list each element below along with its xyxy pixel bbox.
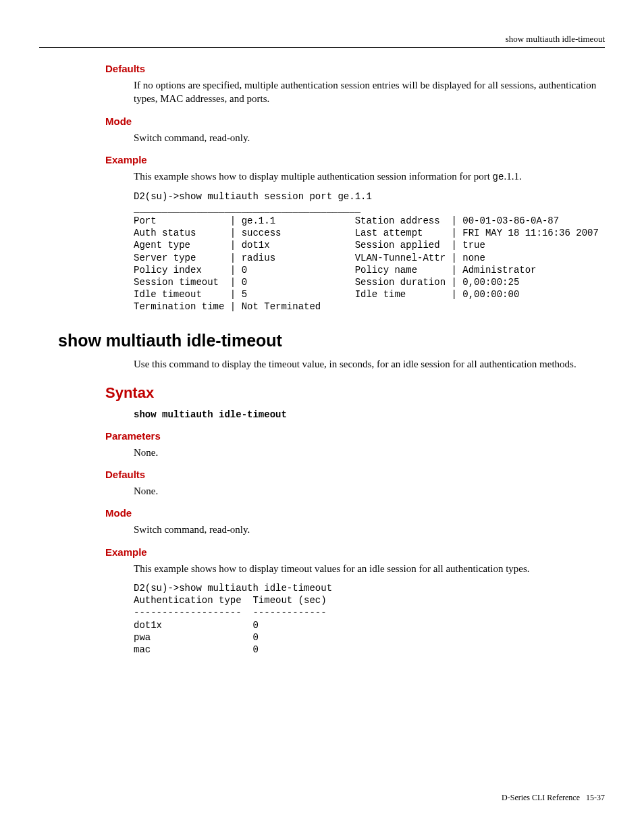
section-example2-code: D2(su)->show multiauth idle-timeout Auth… <box>134 582 605 656</box>
section-mode-heading: Mode <box>105 115 605 127</box>
section-example-heading: Example <box>105 154 605 165</box>
syntax-heading: Syntax <box>105 384 605 402</box>
section-defaults-heading: Defaults <box>105 63 605 74</box>
section-parameters-body: None. <box>134 446 605 459</box>
command-title: show multiauth idle-timeout <box>58 331 605 350</box>
section-mode2-body: Switch command, read-only. <box>134 523 605 536</box>
command-description: Use this command to display the timeout … <box>134 357 605 371</box>
page-header: show multiauth idle-timeout <box>39 34 605 48</box>
syntax-code: show multiauth idle-timeout <box>134 409 605 421</box>
section-example2-heading: Example <box>105 546 605 558</box>
section-example-code: D2(su)->show multiauth session port ge.1… <box>134 190 605 313</box>
example-intro-after: .1.1. <box>504 171 521 182</box>
example-intro-before: This example shows how to display multip… <box>134 171 493 182</box>
example-intro-code: ge <box>493 172 504 182</box>
page-footer: D-Series CLI Reference 15-37 <box>502 793 605 803</box>
footer-page-number: 15-37 <box>586 793 605 802</box>
section-parameters-heading: Parameters <box>105 430 605 442</box>
section-mode-body: Switch command, read-only. <box>134 131 605 145</box>
section-mode2-heading: Mode <box>105 507 605 519</box>
section-example-intro: This example shows how to display multip… <box>134 170 605 184</box>
section-defaults-body: If no options are specified, multiple au… <box>134 78 605 106</box>
section-defaults2-body: None. <box>134 484 605 498</box>
footer-doc-title: D-Series CLI Reference <box>502 793 580 802</box>
running-title: show multiauth idle-timeout <box>506 34 605 44</box>
section-defaults2-heading: Defaults <box>105 469 605 480</box>
page: show multiauth idle-timeout Defaults If … <box>0 0 644 834</box>
section-example2-intro: This example shows how to display timeou… <box>134 562 605 575</box>
